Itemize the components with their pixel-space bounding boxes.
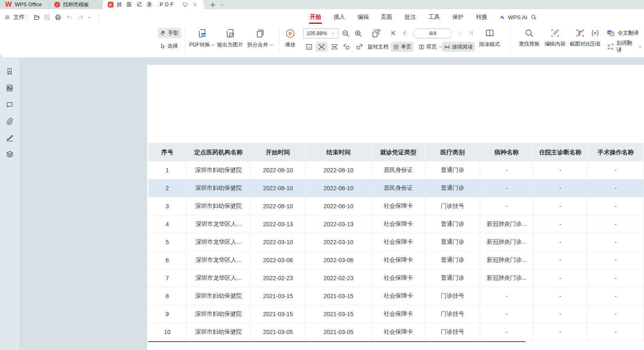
undo-icon (66, 14, 73, 20)
ribbon-tab-home[interactable]: 开始 (307, 9, 324, 25)
redo-button[interactable] (77, 9, 84, 25)
ribbon-tab-protect[interactable]: 保护 (450, 9, 466, 25)
full-translate-icon: A 字 (607, 29, 615, 37)
continuous-reading-button[interactable]: 连续阅读 (442, 42, 475, 52)
table-cell: - (480, 161, 533, 179)
printer-icon (54, 14, 62, 21)
table-cell: 深圳市妇幼保健院 (187, 179, 251, 197)
play-button[interactable]: 播放 (284, 28, 297, 49)
tab-label: WPS Office (15, 2, 42, 8)
table-row[interactable]: 6深圳市龙华区人...2022-03-062022-03-06社会保障卡普通门诊… (148, 251, 644, 269)
actual-size-button[interactable]: 1:1 (303, 42, 315, 52)
layers-icon[interactable] (5, 150, 14, 159)
table-cell: 10 (148, 323, 187, 341)
table-cell: - (480, 287, 533, 305)
table-cell: 普通门诊 (425, 215, 480, 233)
book-icon (484, 28, 495, 38)
single-page-button[interactable]: 单页 (391, 42, 413, 52)
tab-document-pdf[interactable]: P 就 医 记 录 .PDF (103, 0, 204, 9)
zoom-level-select[interactable]: 105.88% (303, 28, 338, 38)
close-tab-icon[interactable] (193, 2, 198, 7)
table-cell: 普通门诊 (425, 251, 480, 269)
monitor-icon[interactable] (182, 2, 188, 8)
new-tab-button[interactable] (204, 0, 218, 9)
table-row[interactable]: 7深圳市龙华区人...2022-02-232022-02-23社会保障卡普通门诊… (148, 269, 644, 287)
attachment-icon[interactable] (5, 117, 14, 125)
pdf-convert-icon: W (197, 28, 208, 39)
table-cell: - (480, 197, 533, 215)
tab-label: 找稻壳模板 (63, 1, 89, 8)
file-menu-button[interactable]: 文件 (4, 9, 25, 25)
zoom-in-button[interactable] (354, 29, 363, 38)
tab-wps-office[interactable]: W WPS Office (0, 0, 49, 9)
double-page-button[interactable]: 双页 (416, 42, 444, 52)
tab-label: 就 医 记 录 .PDF (117, 1, 175, 8)
page-number-input[interactable]: 4/4 (413, 28, 452, 38)
zoom-out-button[interactable] (342, 29, 350, 38)
ribbon-tab-edit[interactable]: 编辑 (355, 9, 371, 25)
word-translate-button[interactable]: 文 A 划词翻译 (605, 42, 644, 52)
ribbon-tab-page[interactable]: 页面 (378, 9, 395, 25)
table-cell: - (588, 251, 644, 269)
select-tool-button[interactable]: 选择 (158, 41, 181, 51)
compress-button[interactable]: 压缩 (587, 28, 603, 48)
tab-docer-templates[interactable]: 找稻壳模板 (49, 0, 102, 9)
tab-list-chevron-icon[interactable] (218, 0, 226, 9)
continuous-reading-label: 连续阅读 (452, 43, 473, 51)
table-cell: 2022-08-10 (251, 161, 306, 179)
next-page-button[interactable] (458, 30, 464, 36)
full-text-translate-button[interactable]: A 字 全文翻译 (605, 28, 641, 38)
undo-button[interactable] (66, 9, 73, 25)
ribbon-tab-comment[interactable]: 批注 (402, 9, 418, 25)
table-cell: - (533, 323, 588, 341)
table-cell: - (588, 197, 644, 215)
column-header: 就诊凭证类型 (372, 143, 425, 161)
fit-width-button[interactable] (316, 42, 327, 52)
signature-icon[interactable] (5, 133, 14, 142)
fit-page-button[interactable] (329, 42, 340, 52)
save-button[interactable] (43, 9, 51, 25)
print-button[interactable] (54, 9, 62, 25)
export-image-button[interactable]: 输出为图片 (216, 28, 244, 49)
ribbon-search-icon[interactable] (530, 9, 537, 25)
table-cell: 新冠肺炎门诊... (480, 233, 533, 251)
table-row[interactable]: 2深圳市妇幼保健院2022-08-102022-08-10居民身份证普通门诊--… (148, 179, 644, 197)
prev-page-button[interactable] (402, 30, 408, 36)
first-page-button[interactable] (390, 30, 397, 36)
rotate-right-button[interactable] (353, 42, 365, 52)
ribbon-tab-insert[interactable]: 插入 (331, 9, 347, 25)
table-cell: 2022-03-13 (306, 215, 372, 233)
rotate-document-button[interactable]: 旋转文档 (368, 43, 388, 51)
wps-ai-button[interactable]: WPS AI (499, 9, 527, 25)
table-row[interactable]: 4深圳市龙华区人...2022-03-132022-03-13社会保障卡普通门诊… (148, 215, 644, 233)
thumbnail-icon[interactable] (5, 84, 14, 92)
pdf-page[interactable]: 序号定点医药机构名称开始时间结束时间就诊凭证类型医疗类别病种名称住院主诊断名称手… (147, 65, 644, 350)
table-row[interactable]: 3深圳市妇幼保健院2022-08-102022-08-10社会保障卡门诊挂号--… (148, 197, 644, 215)
table-row[interactable]: 5深圳市龙华区人...2022-03-102022-03-10社会保障卡普通门诊… (148, 233, 644, 251)
table-row[interactable]: 1深圳市妇幼保健院2022-08-102022-08-10居民身份证普通门诊--… (148, 161, 644, 179)
table-cell: - (480, 179, 533, 197)
last-page-button[interactable] (468, 30, 474, 36)
find-replace-button[interactable]: 查找替换 (517, 28, 541, 48)
open-file-button[interactable] (33, 9, 41, 25)
bookmark-icon[interactable] (5, 67, 14, 76)
table-cell: 8 (148, 287, 187, 305)
replace-page-button[interactable] (371, 28, 382, 39)
pdf-convert-button[interactable]: W PDF转换 (189, 28, 216, 49)
hand-tool-button[interactable]: 手型 (158, 28, 181, 38)
table-row[interactable]: 10深圳市妇幼保健院2021-03-052021-03-05社会保障卡门诊挂号-… (148, 323, 644, 341)
table-cell: 社会保障卡 (372, 269, 425, 287)
read-mode-button[interactable]: 阅读模式 (477, 28, 502, 48)
column-header: 手术操作名称 (588, 143, 644, 161)
ribbon-tab-convert[interactable]: 转换 (474, 9, 490, 25)
comment-icon[interactable] (5, 101, 14, 109)
split-merge-button[interactable]: 拆分合并 (246, 28, 274, 49)
table-row[interactable]: 9深圳市妇幼保健院2021-03-152021-03-15社会保障卡门诊挂号--… (148, 305, 644, 323)
column-header: 医疗类别 (425, 143, 480, 161)
table-row[interactable]: 8深圳市妇幼保健院2021-03-152021-03-15社会保障卡门诊挂号--… (148, 287, 644, 305)
document-workspace: 序号定点医药机构名称开始时间结束时间就诊凭证类型医疗类别病种名称住院主诊断名称手… (0, 57, 644, 350)
more-history-chevron-icon[interactable] (88, 9, 91, 25)
ribbon-tab-tools[interactable]: 工具 (426, 9, 442, 25)
rotate-left-button[interactable] (341, 42, 352, 52)
edit-content-button[interactable]: 编辑内容 (543, 28, 567, 48)
